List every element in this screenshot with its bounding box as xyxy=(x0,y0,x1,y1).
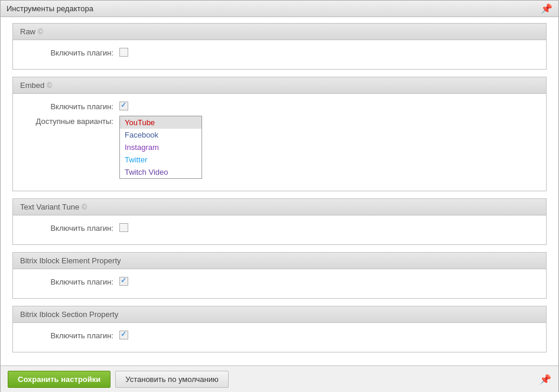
section-tvt-body: Включить плагин: xyxy=(12,215,547,245)
footer-bar: Сохранить настройки Установить по умолча… xyxy=(1,365,558,392)
tvt-enable-label: Включить плагин: xyxy=(25,223,119,233)
section-raw: Raw © Включить плагин: xyxy=(12,23,547,70)
embed-enable-label: Включить плагин: xyxy=(25,101,119,111)
raw-enable-control xyxy=(119,47,534,57)
section-embed-copyright: © xyxy=(47,81,52,90)
embed-options-label: Доступные варианты: xyxy=(25,116,119,126)
section-raw-header: Raw © xyxy=(12,23,547,40)
embed-enable-row: Включить плагин: xyxy=(25,101,534,111)
listbox-item-twitch[interactable]: Twitch Video xyxy=(120,166,202,178)
footer-pin-icon[interactable]: 📌 xyxy=(540,374,551,385)
section-bis-title: Bitrix Iblock Section Property xyxy=(20,310,118,319)
section-text-variant-tune: Text Variant Tune © Включить плагин: xyxy=(12,198,547,245)
set-default-button[interactable]: Установить по умолчанию xyxy=(115,371,228,388)
bis-enable-control xyxy=(119,330,534,339)
bie-enable-label: Включить плагин: xyxy=(25,276,119,286)
title-bar: Инструменты редактора 📌 xyxy=(1,1,558,17)
section-tvt-title: Text Variant Tune xyxy=(20,202,79,211)
listbox-item-facebook[interactable]: Facebook xyxy=(120,129,202,141)
bie-enable-checkbox[interactable] xyxy=(119,277,128,286)
raw-enable-row: Включить плагин: xyxy=(25,47,534,57)
section-bie-body: Включить плагин: xyxy=(12,269,547,299)
main-window: Инструменты редактора 📌 Raw © Включить п… xyxy=(0,0,559,392)
section-embed-header: Embed © xyxy=(12,77,547,94)
tvt-enable-control xyxy=(119,223,534,232)
listbox-item-youtube[interactable]: YouTube xyxy=(120,116,202,129)
content-area: Raw © Включить плагин: Embed © Включ xyxy=(1,17,558,365)
section-bie-title: Bitrix Iblock Element Property xyxy=(20,256,121,265)
bis-enable-label: Включить плагин: xyxy=(25,330,119,340)
bie-enable-row: Включить плагин: xyxy=(25,276,534,286)
bis-enable-row: Включить плагин: xyxy=(25,330,534,340)
listbox-item-instagram[interactable]: Instagram xyxy=(120,141,202,153)
section-raw-copyright: © xyxy=(38,28,43,36)
window-title: Инструменты редактора xyxy=(6,4,93,13)
section-bis-body: Включить плагин: xyxy=(12,323,547,352)
section-embed-body: Включить плагин: Доступные варианты: You… xyxy=(12,94,547,191)
embed-options-row: Доступные варианты: YouTube Facebook Ins… xyxy=(25,116,534,179)
footer-buttons: Сохранить настройки Установить по умолча… xyxy=(8,371,229,388)
pin-icon[interactable]: 📌 xyxy=(541,3,552,14)
section-bis-header: Bitrix Iblock Section Property xyxy=(12,306,547,323)
section-tvt-header: Text Variant Tune © xyxy=(12,198,547,215)
raw-enable-checkbox[interactable] xyxy=(119,48,128,57)
tvt-enable-row: Включить плагин: xyxy=(25,223,534,233)
raw-enable-label: Включить плагин: xyxy=(25,47,119,57)
section-bitrix-section: Bitrix Iblock Section Property Включить … xyxy=(12,306,547,352)
section-embed: Embed © Включить плагин: Доступные вариа… xyxy=(12,77,547,191)
embed-listbox: YouTube Facebook Instagram Twitter Twitc… xyxy=(119,116,202,179)
embed-options-control: YouTube Facebook Instagram Twitter Twitc… xyxy=(119,116,534,179)
embed-enable-control xyxy=(119,101,534,110)
bis-enable-checkbox[interactable] xyxy=(119,331,128,339)
section-embed-title: Embed xyxy=(20,81,44,90)
section-bie-header: Bitrix Iblock Element Property xyxy=(12,252,547,269)
section-raw-title: Raw xyxy=(20,27,35,36)
listbox-item-twitter[interactable]: Twitter xyxy=(120,153,202,166)
section-raw-body: Включить плагин: xyxy=(12,40,547,70)
section-bitrix-element: Bitrix Iblock Element Property Включить … xyxy=(12,252,547,299)
bie-enable-control xyxy=(119,276,534,286)
section-tvt-copyright: © xyxy=(82,203,87,211)
save-button[interactable]: Сохранить настройки xyxy=(8,371,110,388)
embed-enable-checkbox[interactable] xyxy=(119,102,128,110)
tvt-enable-checkbox[interactable] xyxy=(119,223,128,232)
